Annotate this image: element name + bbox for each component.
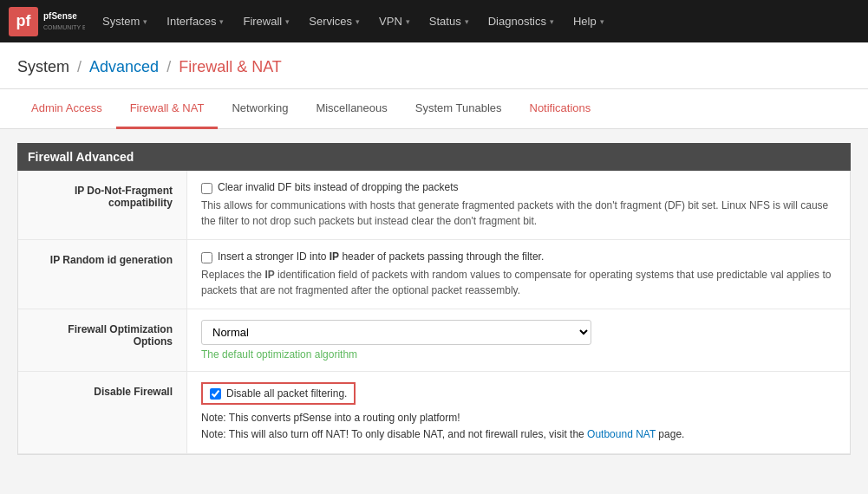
nav-label-system: System <box>102 15 140 28</box>
nav-label-diagnostics: Diagnostics <box>488 15 546 28</box>
svg-text:pfSense: pfSense <box>43 11 77 21</box>
checkbox-df-label: Clear invalid DF bits instead of droppin… <box>218 181 458 193</box>
row-disable-firewall: Disable Firewall Disable all packet filt… <box>18 372 850 454</box>
nav-link-interfaces[interactable]: Interfaces ▾ <box>158 10 232 33</box>
label-firewall-optimization: Firewall Optimization Options <box>18 309 187 371</box>
main-content: Firewall Advanced IP Do-Not-Fragment com… <box>0 129 868 469</box>
tab-networking[interactable]: Networking <box>218 89 302 129</box>
nav-link-system[interactable]: System ▾ <box>94 10 156 33</box>
tab-notifications[interactable]: Notifications <box>516 89 605 129</box>
chevron-down-icon: ▾ <box>600 17 604 26</box>
nav-link-help[interactable]: Help ▾ <box>565 10 613 33</box>
breadcrumb-sep-2: / <box>166 58 175 75</box>
nav-item-interfaces[interactable]: Interfaces ▾ <box>158 10 232 33</box>
nav-link-services[interactable]: Services ▾ <box>300 10 369 33</box>
chevron-down-icon: ▾ <box>219 17 224 26</box>
nav-label-help: Help <box>573 15 597 28</box>
nav-item-help[interactable]: Help ▾ <box>565 10 613 33</box>
help-text-random-id: Replaces the IP identification field of … <box>201 267 836 298</box>
label-disable-firewall: Disable Firewall <box>18 372 187 453</box>
checkbox-row-df: Clear invalid DF bits instead of droppin… <box>201 181 836 194</box>
breadcrumb-sep-1: / <box>77 58 86 75</box>
tab-system-tunables[interactable]: System Tunables <box>401 89 516 129</box>
chevron-down-icon: ▾ <box>406 17 410 26</box>
optimization-select[interactable]: Normal High latency Conservative Aggress… <box>201 320 591 345</box>
nav-link-status[interactable]: Status ▾ <box>421 10 478 33</box>
nav-label-firewall: Firewall <box>243 15 282 28</box>
tab-admin-access[interactable]: Admin Access <box>17 89 116 129</box>
breadcrumb-current: Firewall & NAT <box>179 58 282 75</box>
nav-label-interfaces: Interfaces <box>166 15 216 28</box>
nav-link-vpn[interactable]: VPN ▾ <box>370 10 419 33</box>
chevron-down-icon: ▾ <box>550 17 554 26</box>
svg-text:COMMUNITY EDITION: COMMUNITY EDITION <box>43 24 85 30</box>
brand-logo[interactable]: pf pfSense COMMUNITY EDITION <box>7 5 85 38</box>
chevron-down-icon: ▾ <box>285 17 290 26</box>
nav-item-status[interactable]: Status ▾ <box>421 10 478 33</box>
value-firewall-optimization: Normal High latency Conservative Aggress… <box>187 309 850 371</box>
tab-miscellaneous[interactable]: Miscellaneous <box>302 89 401 129</box>
optimization-link[interactable]: The default optimization algorithm <box>201 348 836 361</box>
label-ip-do-not-fragment: IP Do-Not-Fragment compatibility <box>18 171 187 239</box>
nav-item-firewall[interactable]: Firewall ▾ <box>234 10 298 33</box>
disable-firewall-highlight-box: Disable all packet filtering. <box>201 382 356 405</box>
value-disable-firewall: Disable all packet filtering. Note: This… <box>187 372 850 453</box>
outbound-nat-link[interactable]: Outbound NAT <box>587 428 656 440</box>
nav-item-diagnostics[interactable]: Diagnostics ▾ <box>480 10 563 33</box>
settings-table: IP Do-Not-Fragment compatibility Clear i… <box>17 171 851 455</box>
checkbox-df[interactable] <box>201 183 212 194</box>
row-firewall-optimization: Firewall Optimization Options Normal Hig… <box>18 309 850 372</box>
nav-menu: System ▾ Interfaces ▾ Firewall ▾ Service… <box>94 10 613 33</box>
row-ip-random-id: IP Random id generation Insert a stronge… <box>18 240 850 309</box>
nav-label-status: Status <box>429 15 461 28</box>
nav-item-vpn[interactable]: VPN ▾ <box>370 10 419 33</box>
checkbox-row-random-id: Insert a stronger ID into IP header of p… <box>201 250 836 263</box>
checkbox-random-id-label: Insert a stronger ID into IP header of p… <box>218 250 544 263</box>
label-ip-random-id: IP Random id generation <box>18 240 187 309</box>
note-nat-prefix: Note: This will also turn off NAT! To on… <box>201 428 587 440</box>
value-ip-random-id: Insert a stronger ID into IP header of p… <box>187 240 850 309</box>
chevron-down-icon: ▾ <box>356 17 360 26</box>
nav-item-services[interactable]: Services ▾ <box>300 10 369 33</box>
nav-item-system[interactable]: System ▾ <box>94 10 156 33</box>
nav-link-diagnostics[interactable]: Diagnostics ▾ <box>480 10 563 33</box>
breadcrumb-system: System <box>17 58 69 75</box>
nav-label-services: Services <box>309 15 352 28</box>
breadcrumb-area: System / Advanced / Firewall & NAT <box>0 42 868 89</box>
chevron-down-icon: ▾ <box>143 17 147 26</box>
top-navbar: pf pfSense COMMUNITY EDITION System ▾ In… <box>0 0 868 42</box>
checkbox-disable-firewall[interactable] <box>210 388 221 400</box>
note-routing-only: Note: This converts pfSense into a routi… <box>201 410 836 443</box>
nav-link-firewall[interactable]: Firewall ▾ <box>234 10 298 33</box>
checkbox-disable-firewall-label: Disable all packet filtering. <box>226 387 347 400</box>
breadcrumb-advanced[interactable]: Advanced <box>89 58 159 75</box>
checkbox-random-id[interactable] <box>201 252 212 263</box>
help-text-df: This allows for communications with host… <box>201 198 836 229</box>
tab-firewall-nat[interactable]: Firewall & NAT <box>116 89 219 129</box>
value-ip-do-not-fragment: Clear invalid DF bits instead of droppin… <box>187 171 850 239</box>
chevron-down-icon: ▾ <box>465 17 469 26</box>
svg-text:pf: pf <box>16 12 32 29</box>
breadcrumb: System / Advanced / Firewall & NAT <box>17 58 851 76</box>
section-header: Firewall Advanced <box>17 143 851 171</box>
tabs-bar: Admin Access Firewall & NAT Networking M… <box>0 89 868 129</box>
row-ip-do-not-fragment: IP Do-Not-Fragment compatibility Clear i… <box>18 171 850 240</box>
note-nat-suffix: page. <box>656 428 684 440</box>
nav-label-vpn: VPN <box>379 15 402 28</box>
